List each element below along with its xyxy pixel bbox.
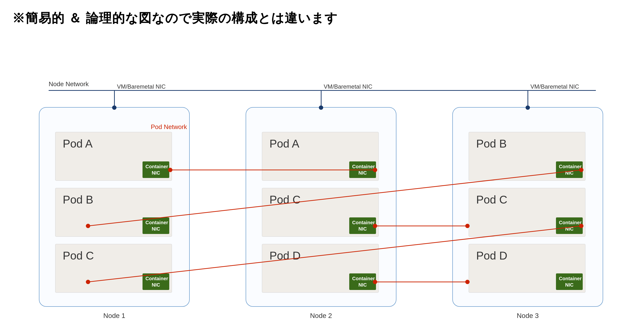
node3-pod-c-nic: ContainerNIC	[556, 217, 583, 234]
node3-nic-line	[528, 91, 528, 108]
node1-pod-a-nic: ContainerNIC	[142, 161, 169, 178]
node1-box: VM/Baremetal NIC Pod A ContainerNIC Pod …	[39, 107, 190, 307]
node3-pod-d: Pod D ContainerNIC	[469, 244, 586, 293]
node1-nic-label: VM/Baremetal NIC	[117, 83, 166, 90]
node1-pod-a-label: Pod A	[56, 132, 172, 150]
node3-nic-label: VM/Baremetal NIC	[530, 83, 579, 90]
node1-label: Node 1	[103, 312, 125, 320]
node1-pod-c-label: Pod C	[56, 244, 172, 262]
node2-nic-label: VM/Baremetal NIC	[324, 83, 372, 90]
node2-nic-line	[321, 91, 322, 108]
node3-label: Node 3	[517, 312, 539, 320]
node3-pod-b-nic: ContainerNIC	[556, 161, 583, 178]
node2-pod-a-nic: ContainerNIC	[349, 161, 376, 178]
node1-pod-c: Pod C ContainerNIC	[55, 244, 172, 293]
node2-pod-a: Pod A ContainerNIC	[262, 132, 379, 181]
node1-pod-b-label: Pod B	[56, 188, 172, 206]
node2-pod-d-label: Pod D	[262, 244, 378, 262]
page-title: ※簡易的 ＆ 論理的な図なので実際の構成とは違います	[0, 0, 644, 32]
node2-pod-c-nic: ContainerNIC	[349, 217, 376, 234]
node1-nic-dot	[112, 105, 116, 110]
node1-pod-a: Pod A ContainerNIC	[55, 132, 172, 181]
node-network-line	[49, 90, 596, 91]
node1-pod-b-nic: ContainerNIC	[142, 217, 169, 234]
node3-box: VM/Baremetal NIC Pod B ContainerNIC Pod …	[452, 107, 603, 307]
node2-pod-c: Pod C ContainerNIC	[262, 188, 379, 237]
node3-pod-d-label: Pod D	[469, 244, 585, 262]
node3-pod-b-label: Pod B	[469, 132, 585, 150]
node1-pod-c-nic: ContainerNIC	[142, 273, 169, 290]
node3-pod-c: Pod C ContainerNIC	[469, 188, 586, 237]
node2-pod-a-label: Pod A	[262, 132, 378, 150]
diagram-area: Node Network VM/Baremetal NIC Pod A Cont…	[0, 34, 644, 335]
node3-pod-b: Pod B ContainerNIC	[469, 132, 586, 181]
node2-box: VM/Baremetal NIC Pod A ContainerNIC Pod …	[246, 107, 396, 307]
node3-nic-dot	[526, 105, 530, 110]
node2-label: Node 2	[310, 312, 332, 320]
node3-pod-d-nic: ContainerNIC	[556, 273, 583, 290]
node1-nic-line	[114, 91, 115, 108]
node2-pod-c-label: Pod C	[262, 188, 378, 206]
node-network-label: Node Network	[49, 80, 89, 88]
node1-pod-b: Pod B ContainerNIC	[55, 188, 172, 237]
node2-pod-d-nic: ContainerNIC	[349, 273, 376, 290]
node3-pod-c-label: Pod C	[469, 188, 585, 206]
node2-nic-dot	[319, 105, 323, 110]
node2-pod-d: Pod D ContainerNIC	[262, 244, 379, 293]
